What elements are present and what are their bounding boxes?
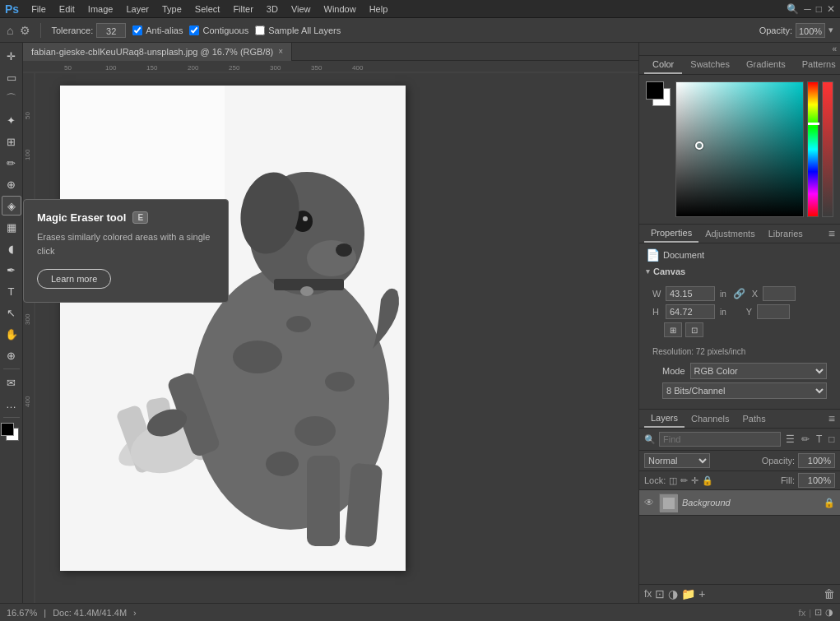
foreground-color[interactable] — [1, 423, 14, 436]
fg-bg-swatches[interactable] — [646, 81, 671, 106]
menu-image[interactable]: Image — [82, 2, 119, 16]
status-adj-icon[interactable]: ◑ — [825, 607, 833, 618]
home-icon[interactable]: ⌂ — [7, 24, 13, 37]
document-tab[interactable]: fabian-gieske-cblKeuURaq8-unsplash.jpg @… — [23, 43, 292, 61]
contiguous-option[interactable]: Contiguous — [189, 25, 248, 35]
close-icon[interactable]: ✕ — [827, 3, 835, 15]
tolerance-input[interactable]: 32 — [96, 23, 126, 38]
opacity-arrow[interactable]: ▾ — [828, 25, 833, 35]
menu-view[interactable]: View — [285, 2, 317, 16]
menu-window[interactable]: Window — [318, 2, 362, 16]
bit-depth-select[interactable]: 8 Bits/Channel 16 Bits/Channel — [662, 382, 827, 399]
hand-tool[interactable]: ✋ — [2, 324, 21, 344]
tab-gradients[interactable]: Gradients — [738, 56, 794, 74]
close-tab-button[interactable]: × — [278, 47, 283, 56]
width-input[interactable] — [666, 286, 715, 301]
maximize-icon[interactable]: □ — [816, 3, 822, 15]
filter-T-icon[interactable]: T — [814, 433, 824, 445]
lock-transparent-icon[interactable]: ◫ — [669, 475, 677, 486]
color-field[interactable] — [675, 81, 804, 217]
tab-adjustments[interactable]: Adjustments — [698, 225, 762, 242]
blend-mode-select[interactable]: Normal Multiply Screen — [644, 453, 710, 468]
resize-image-button[interactable]: ⊡ — [685, 322, 703, 337]
filter-type-icon[interactable]: ☰ — [784, 433, 796, 445]
alpha-slider[interactable] — [822, 81, 833, 217]
eyedropper-tool[interactable]: ✏ — [2, 153, 21, 173]
height-input[interactable] — [666, 304, 715, 319]
mode-select[interactable]: RGB Color CMYK Color Grayscale — [690, 363, 827, 379]
menu-help[interactable]: Help — [364, 2, 394, 16]
marquee-tool[interactable]: ▭ — [2, 67, 21, 87]
layer-background[interactable]: 👁 Background 🔒 — [639, 490, 840, 516]
lock-position-icon[interactable]: ✛ — [691, 475, 698, 486]
learn-more-button[interactable]: Learn more — [37, 269, 111, 289]
y-input[interactable] — [757, 304, 790, 319]
status-mask-icon[interactable]: ⊡ — [814, 607, 822, 618]
opacity-input[interactable]: 100% — [796, 23, 825, 38]
foreground-swatch[interactable] — [646, 81, 664, 100]
path-tool[interactable]: ↖ — [2, 303, 21, 322]
new-layer-icon[interactable]: + — [698, 587, 705, 600]
filter-pencil-icon[interactable]: ✏ — [800, 433, 811, 445]
add-mask-icon[interactable]: ⊡ — [655, 587, 665, 600]
status-expand-icon[interactable]: › — [133, 608, 137, 618]
layer-visibility-icon[interactable]: 👁 — [644, 497, 654, 508]
menu-file[interactable]: File — [26, 2, 52, 16]
tab-properties[interactable]: Properties — [644, 225, 698, 243]
anti-alias-checkbox[interactable] — [132, 25, 142, 35]
canvas-image[interactable] — [60, 86, 406, 571]
opacity-value-input[interactable] — [798, 453, 835, 468]
menu-type[interactable]: Type — [156, 2, 188, 16]
crop-tool[interactable]: ⊞ — [2, 132, 21, 151]
x-input[interactable] — [763, 286, 796, 301]
resize-canvas-button[interactable]: ⊞ — [664, 322, 682, 337]
canvas-document[interactable] — [60, 86, 406, 571]
tab-patterns[interactable]: Patterns — [794, 56, 840, 74]
mail-tool[interactable]: ✉ — [2, 373, 21, 392]
lock-image-icon[interactable]: ✏ — [680, 475, 688, 486]
minimize-icon[interactable]: ─ — [804, 3, 811, 15]
pen-tool[interactable]: ✒ — [2, 260, 21, 280]
eraser-tool[interactable]: ◈ — [2, 196, 21, 215]
gradient-tool[interactable]: ▦ — [2, 217, 21, 237]
menu-edit[interactable]: Edit — [53, 2, 81, 16]
canvas-area[interactable]: fabian-gieske-cblKeuURaq8-unsplash.jpg @… — [23, 43, 638, 603]
fill-value-input[interactable] — [798, 473, 835, 488]
lasso-tool[interactable]: ⌒ — [2, 89, 21, 109]
menu-3d[interactable]: 3D — [261, 2, 284, 16]
color-swatches[interactable] — [1, 423, 22, 444]
delete-layer-icon[interactable]: 🗑 — [824, 587, 835, 600]
folder-icon[interactable]: 📁 — [681, 587, 695, 600]
hue-slider[interactable] — [807, 81, 819, 217]
tab-channels[interactable]: Channels — [685, 410, 736, 427]
canvas-arrow-icon[interactable]: ▾ — [646, 267, 650, 276]
layers-search-input[interactable] — [659, 432, 781, 447]
menu-select[interactable]: Select — [189, 2, 226, 16]
more-tools[interactable]: … — [2, 394, 21, 414]
search-icon[interactable]: 🔍 — [787, 3, 799, 15]
anti-alias-option[interactable]: Anti-alias — [132, 25, 183, 35]
lock-all-icon[interactable]: 🔒 — [702, 475, 713, 486]
layer-name-label[interactable]: Background — [682, 498, 819, 507]
tool-settings-icon[interactable]: ⚙ — [20, 24, 30, 37]
quick-select-tool[interactable]: ✦ — [2, 110, 21, 130]
tab-color[interactable]: Color — [644, 56, 682, 74]
menu-filter[interactable]: Filter — [227, 2, 258, 16]
dodge-tool[interactable]: ◖ — [2, 239, 21, 258]
tab-libraries[interactable]: Libraries — [762, 225, 810, 242]
collapse-left-icon[interactable]: « — [832, 44, 837, 53]
zoom-tool[interactable]: ⊕ — [2, 345, 21, 365]
properties-menu[interactable]: ≡ — [828, 227, 835, 240]
menu-layer[interactable]: Layer — [120, 2, 155, 16]
text-tool[interactable]: T — [2, 281, 21, 301]
healing-tool[interactable]: ⊕ — [2, 174, 21, 194]
sample-all-checkbox[interactable] — [255, 25, 265, 35]
sample-all-option[interactable]: Sample All Layers — [255, 25, 341, 35]
move-tool[interactable]: ✛ — [2, 46, 21, 66]
tab-layers[interactable]: Layers — [644, 410, 685, 428]
filter-icon[interactable]: fx — [644, 588, 652, 600]
layers-menu[interactable]: ≡ — [828, 412, 835, 425]
tab-paths[interactable]: Paths — [736, 410, 773, 427]
contiguous-checkbox[interactable] — [189, 25, 199, 35]
filter-shape-icon[interactable]: □ — [827, 433, 836, 445]
